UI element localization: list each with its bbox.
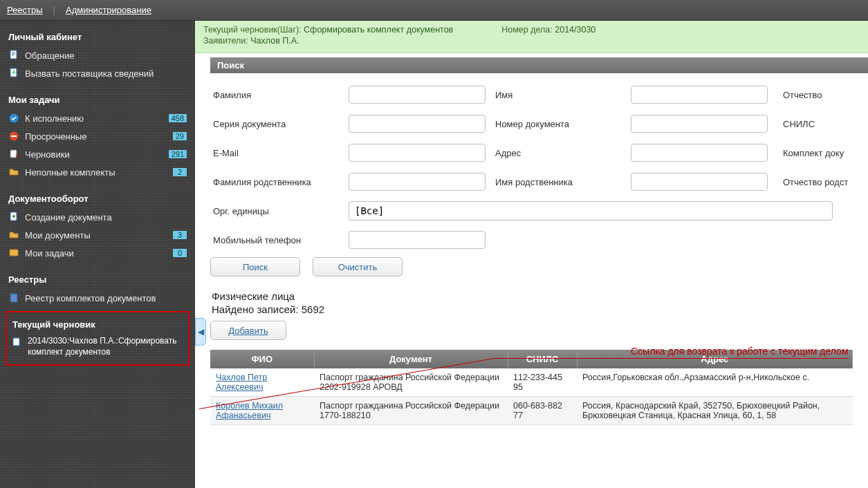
svg-rect-9 <box>13 338 19 346</box>
sidebar-item-label: Мои документы <box>25 230 173 241</box>
task-icon <box>8 247 19 259</box>
count-badge: 291 <box>169 150 187 158</box>
sidebar-item-overdue[interactable]: Просроченные 29 <box>0 127 195 145</box>
sidebar-item-label: Неполные комплекты <box>25 167 173 178</box>
top-navbar: Реестры | Администрирование <box>0 0 868 21</box>
col-fio[interactable]: ФИО <box>210 350 314 368</box>
results-heading: Физические лица <box>210 288 868 303</box>
status-step-key: Текущий черновик(Шаг): <box>203 25 302 35</box>
draft-icon <box>11 337 22 348</box>
doc-fetch-icon <box>8 68 19 79</box>
label-phone: Мобильный телефон <box>210 235 349 245</box>
label-firstname: Имя <box>492 90 631 100</box>
cell-snils: 112-233-445 95 <box>508 368 577 397</box>
sidebar-item-label: Реестр комплектов документов <box>25 293 187 303</box>
input-email[interactable] <box>349 144 486 162</box>
count-badge: 0 <box>173 249 187 257</box>
input-rel-first[interactable] <box>631 173 768 191</box>
input-org-units[interactable] <box>349 201 833 220</box>
svg-rect-4 <box>11 135 17 137</box>
col-snils[interactable]: СНИЛС <box>508 350 577 368</box>
status-step-value: Сформировать комплект документов <box>304 25 453 35</box>
label-address: Адрес <box>492 148 631 158</box>
label-email: E-Mail <box>210 148 349 158</box>
sidebar-item-request[interactable]: Обращение <box>0 46 195 64</box>
sidebar-section-registries: Реестры <box>0 269 195 289</box>
input-firstname[interactable] <box>631 86 768 104</box>
input-doc-series[interactable] <box>349 115 486 133</box>
label-rel-patr: Отчество родст <box>780 177 848 187</box>
input-rel-last[interactable] <box>349 173 486 191</box>
nav-registries[interactable]: Реестры <box>7 5 43 15</box>
folder-open-icon <box>8 229 19 241</box>
current-draft-text: 2014/3030:Чахлов П.А.:Сформировать компл… <box>28 335 184 357</box>
check-circle-icon <box>8 113 19 124</box>
label-rel-first: Имя родственника <box>492 177 631 187</box>
label-doc-number: Номер документа <box>492 119 631 129</box>
sidebar-item-docset-registry[interactable]: Реестр комплектов документов <box>0 289 195 307</box>
person-link[interactable]: Чахлов Петр Алексеевич <box>216 373 267 392</box>
book-icon <box>8 292 19 303</box>
annotation-line <box>492 358 631 359</box>
input-doc-number[interactable] <box>631 115 768 133</box>
doc-plus-icon <box>8 212 19 223</box>
sidebar-item-incomplete[interactable]: Неполные комплекты 2 <box>0 163 195 181</box>
cell-snils: 060-683-882 77 <box>508 397 577 425</box>
count-badge: 29 <box>173 132 187 140</box>
nav-separator: | <box>53 5 55 15</box>
sidebar: Личный кабинет Обращение Вызвать поставщ… <box>0 21 195 488</box>
count-badge: 458 <box>169 114 187 122</box>
table-row[interactable]: Чахлов Петр Алексеевич Паспорт гражданин… <box>210 368 853 397</box>
label-rel-last: Фамилия родственника <box>210 177 349 187</box>
main-panel: ◀ Текущий черновик(Шаг): Сформировать ко… <box>195 21 868 488</box>
sidebar-item-my-docs[interactable]: Мои документы 3 <box>0 226 195 244</box>
svg-rect-7 <box>10 250 18 256</box>
table-row[interactable]: Королев Михаил Афанасьевич Паспорт гражд… <box>210 397 853 425</box>
sidebar-item-todo[interactable]: К исполнению 458 <box>0 109 195 127</box>
sidebar-item-label: Создание документа <box>25 212 187 223</box>
current-draft-highlight: Текущий черновик 2014/3030:Чахлов П.А.:С… <box>6 311 190 366</box>
input-address[interactable] <box>631 144 768 162</box>
current-draft-link[interactable]: 2014/3030:Чахлов П.А.:Сформировать компл… <box>11 335 184 357</box>
sidebar-item-label: Обращение <box>25 50 187 61</box>
status-case-key: Номер дела: <box>501 25 553 35</box>
count-badge: 3 <box>173 231 187 239</box>
sidebar-item-label: Черновики <box>25 149 169 160</box>
sidebar-item-drafts[interactable]: Черновики 291 <box>0 145 195 163</box>
search-button[interactable]: Поиск <box>210 257 300 276</box>
status-case-value: 2014/3030 <box>555 25 595 35</box>
chevron-left-icon: ◀ <box>198 327 204 337</box>
status-applicants-value: Чахлов П.А. <box>250 36 299 46</box>
label-patronymic: Отчество <box>780 90 822 100</box>
label-org: Орг. единицы <box>210 206 349 216</box>
sidebar-item-my-tasks[interactable]: Мои задачи 0 <box>0 244 195 262</box>
cell-doc: Паспорт гражданина Российской Федерации … <box>314 397 508 425</box>
results-count: Найдено записей: 5692 <box>210 303 868 321</box>
label-docset: Комплект доку <box>780 148 844 158</box>
sidebar-collapse-handle[interactable]: ◀ <box>195 318 206 346</box>
count-badge: 2 <box>173 168 187 176</box>
sidebar-item-call-provider[interactable]: Вызвать поставщика сведений <box>0 64 195 82</box>
sidebar-item-label: Вызвать поставщика сведений <box>25 68 187 79</box>
draft-icon <box>8 149 19 160</box>
cell-addr: Россия,Горьковская обл.,Арзамасский р-н,… <box>577 368 853 397</box>
folder-icon <box>8 167 19 178</box>
sidebar-section-tasks: Мои задачи <box>0 89 195 109</box>
clear-button[interactable]: Очистить <box>313 257 403 276</box>
svg-rect-0 <box>10 50 17 59</box>
svg-rect-8 <box>10 294 17 302</box>
sidebar-item-label: Просроченные <box>25 131 173 142</box>
label-lastname: Фамилия <box>210 90 349 100</box>
input-phone[interactable] <box>349 231 486 249</box>
col-doc[interactable]: Документ <box>314 350 508 368</box>
nav-admin[interactable]: Администрирование <box>66 5 151 15</box>
status-applicants-key: Заявители: <box>203 36 248 46</box>
sidebar-item-label: Мои задачи <box>25 248 173 259</box>
doc-new-icon <box>8 50 19 61</box>
search-panel: Поиск Фамилия Имя Отчество Серия докумен… <box>210 57 868 288</box>
svg-rect-5 <box>10 150 17 158</box>
add-button[interactable]: Добавить <box>210 321 286 340</box>
search-panel-title: Поиск <box>210 57 868 73</box>
sidebar-item-create-doc[interactable]: Создание документа <box>0 208 195 226</box>
input-lastname[interactable] <box>349 86 486 104</box>
